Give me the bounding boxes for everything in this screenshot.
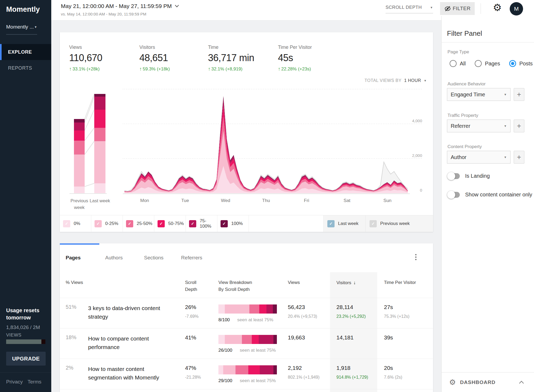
header-scroll-depth[interactable]: ScrollDepth [185,279,218,298]
checkbox-icon[interactable]: ✓ [189,220,196,227]
header-view-breakdown[interactable]: View BreakdownBy Scroll Depth [218,279,288,298]
kpi-value: 48,651 [139,52,170,64]
tab-pages[interactable]: Pages [66,255,81,261]
momently-analytics-app: Momently Momently ... ▼ EXPLORE REPORTS … [0,0,534,392]
row-breakdown: 8/100seen at least 75% [218,304,288,326]
usage-unit: VIEWS [6,332,21,338]
legend-item-0-25pct[interactable]: ✓ 0-25% [91,215,123,232]
legend-item-last-week[interactable]: ✓ Last week [323,215,366,232]
traffic-property-select[interactable]: Referrer ▼ [447,120,511,132]
table-tabs: Pages Authors Sections Referrers [60,243,433,272]
content-property-row: Author ▼ + [447,151,524,164]
table-header-row: % Views ScrollDepth View BreakdownBy Scr… [60,272,433,298]
header-visitors[interactable]: Visitors↓ [336,279,384,298]
audience-behavior-select[interactable]: Engaged Time ▼ [447,88,511,101]
legend-item-100pct[interactable]: ✓ 100% [217,215,249,232]
select-value: Author [451,154,466,160]
settings-gear-icon[interactable]: ⚙ [493,3,502,13]
checkbox-icon[interactable]: ✓ [158,220,165,227]
sidebar-links: Privacy Terms [6,379,41,385]
upgrade-button[interactable]: UPGRADE [6,352,46,366]
interval-selector[interactable]: TOTAL VIEWS BY 1 HOUR ▼ [364,78,427,83]
legend-item-previous-week[interactable]: ✓ Previous week [366,215,433,232]
last-week-stacked-bar[interactable] [94,94,105,193]
row-pct-views: 2% [66,365,88,387]
content-table-card: Pages Authors Sections Referrers % Views… [60,243,433,392]
date-range-selector[interactable]: May 21, 12:00:00 AM - May 27, 11:59:59 P… [61,3,179,9]
sidebar-nav: EXPLORE REPORTS [0,44,51,76]
checkbox-icon[interactable]: ✓ [327,220,335,227]
header-time-per-visitor[interactable]: Time Per Visitor [384,279,433,298]
dashboard-bar[interactable]: ⚙ DASHBOARD [442,372,534,392]
radio-posts[interactable]: Posts [509,60,533,67]
app-logo: Momently [6,5,40,14]
add-audience-filter-button[interactable]: + [514,88,524,101]
legend-label: 0-25% [105,221,118,226]
add-content-filter-button[interactable]: + [514,151,524,164]
toggle-label: Show content container only [465,192,532,198]
kpi-label: Views [69,45,102,50]
terms-link[interactable]: Terms [28,379,41,385]
svg-text:Fri: Fri [304,198,309,203]
workspace-selector[interactable]: Momently ... ▼ [6,24,37,35]
sidebar-item-explore[interactable]: EXPLORE [0,44,51,60]
scroll-depth-legend: ✓ 0% ✓ 0-25% ✓ 25-50% ✓ 50-75% ✓ 75-10 [60,215,433,232]
radio-all[interactable]: All [450,60,466,67]
eye-off-icon [444,5,451,12]
sidebar-item-reports[interactable]: REPORTS [0,60,51,76]
checkbox-icon[interactable]: ✓ [63,220,70,227]
metric-selector[interactable]: SCROLL DEPTH ▼ [386,5,433,13]
kpi-delta: 32.1% (+8,919) [211,66,243,72]
radio-icon[interactable] [450,60,457,67]
legend-label: 100% [231,221,243,226]
filter-panel-divider [442,42,534,42]
legend-item-75-100pct[interactable]: ✓ 75-100% [186,215,217,232]
chevron-down-icon: ▼ [504,124,507,128]
privacy-link[interactable]: Privacy [6,379,23,385]
weekly-comparison-connectors [60,83,123,204]
content-property-select[interactable]: Author ▼ [447,151,511,164]
kpi-delta: 33.1% (+28k) [73,66,100,72]
radio-checked-icon[interactable] [509,60,516,67]
sidebar-divider [0,372,51,373]
row-visitors: 28,114 23.2% (+5,292) [336,304,384,326]
chevron-down-icon: ▼ [430,6,433,9]
radio-pages[interactable]: Pages [475,60,500,67]
legend-item-25-50pct[interactable]: ✓ 25-50% [123,215,154,232]
table-row[interactable]: 18% How to compare content performance 4… [60,328,433,359]
tab-sections[interactable]: Sections [144,255,163,261]
tab-referrers[interactable]: Referrers [181,255,202,261]
row-title[interactable]: 3 keys to data-driven content strategy [88,304,185,326]
table-options-kebab-icon[interactable] [414,252,418,262]
legend-item-0pct[interactable]: ✓ 0% [60,215,91,232]
table-row[interactable]: 2% How to master content segmentation wi… [60,359,433,389]
user-avatar[interactable]: M [510,2,523,15]
interval-selector-label: TOTAL VIEWS BY [364,78,401,83]
svg-text:0: 0 [420,188,422,192]
table-row[interactable]: 51% 3 keys to data-driven content strate… [60,298,433,328]
content-container-toggle[interactable] [448,192,460,198]
checkbox-icon[interactable]: ✓ [126,220,133,227]
row-title[interactable]: How to master content segmentation with … [88,365,185,387]
chevron-up-icon [519,381,524,384]
row-scroll-depth: 41% [185,334,218,357]
legend-label: 0% [74,221,80,226]
select-value: Engaged Time [451,92,485,98]
header-views[interactable]: Views [288,279,336,298]
checkbox-icon[interactable]: ✓ [221,220,228,227]
chevron-down-icon: ▼ [504,156,507,159]
is-landing-toggle[interactable] [448,173,460,179]
total-views-area-chart[interactable]: 02,0004,000MonTueWedThuFriSatSun [123,83,433,204]
tab-authors[interactable]: Authors [105,255,123,261]
checkbox-icon[interactable]: ✓ [370,220,377,227]
kpi-value: 45s [278,52,312,64]
row-title[interactable]: How to compare content performance [88,334,185,357]
add-traffic-filter-button[interactable]: + [514,120,524,132]
scroll-depth-breakdown-bar [218,335,277,344]
filter-button[interactable]: FILTER [440,2,475,15]
previous-week-stacked-bar[interactable] [74,119,85,193]
header-pct-views[interactable]: % Views [66,279,88,298]
checkbox-icon[interactable]: ✓ [95,220,102,227]
legend-item-50-75pct[interactable]: ✓ 50-75% [154,215,186,232]
radio-icon[interactable] [475,60,482,67]
